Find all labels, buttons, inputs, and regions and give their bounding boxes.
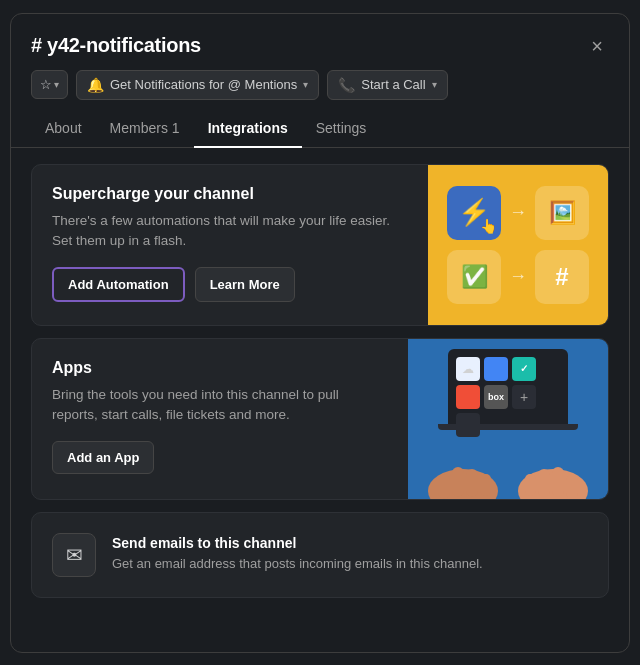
add-automation-button[interactable]: Add Automation [52,267,185,302]
cursor-icon: 👆 [480,218,497,234]
svg-rect-8 [538,469,550,497]
laptop-visual: ☁ ✓ box + − [408,339,608,499]
email-card: ✉ Send emails to this channel Get an ema… [31,512,609,598]
hash-cell: # [535,250,589,304]
app-icon-3: ✓ [512,357,536,381]
automation-card-title: Supercharge your channel [52,185,408,203]
automation-row-2: ✅ → # [447,250,589,304]
automation-illustration: ⚡ 👆 → 🖼️ ✅ → # [428,165,608,325]
apps-card-body: Apps Bring the tools you need into this … [32,339,408,499]
svg-rect-1 [438,474,450,499]
tab-about[interactable]: About [31,110,96,148]
start-call-button[interactable]: 📞 Start a Call ▾ [327,70,447,100]
toolbar: ☆ ▾ 🔔 Get Notifications for @ Mentions ▾… [11,60,629,110]
email-icon-wrapper: ✉ [52,533,96,577]
app-icon-box: box [484,385,508,409]
svg-rect-7 [552,467,564,497]
email-card-title: Send emails to this channel [112,535,483,551]
automation-card-desc: There's a few automations that will make… [52,211,408,252]
star-icon: ☆ [40,77,52,92]
notifications-button[interactable]: 🔔 Get Notifications for @ Mentions ▾ [76,70,319,100]
bell-icon: 🔔 [87,77,104,93]
channel-title: # y42-notifications [31,34,201,57]
svg-rect-9 [525,474,536,496]
tab-integrations[interactable]: Integrations [194,110,302,148]
notifications-label: Get Notifications for @ Mentions [110,77,297,92]
modal-container: # y42-notifications × ☆ ▾ 🔔 Get Notifica… [10,13,630,653]
app-icon-plus: + [512,385,536,409]
tab-settings[interactable]: Settings [302,110,381,148]
nav-tabs: About Members 1 Integrations Settings [11,110,629,148]
lightning-cell: ⚡ 👆 [447,186,501,240]
tab-members[interactable]: Members 1 [96,110,194,148]
app-icon-4 [456,385,480,409]
add-app-button[interactable]: Add an App [52,441,154,474]
content-area: Supercharge your channel There's a few a… [11,148,629,614]
chevron-down-icon: ▾ [303,79,308,90]
chevron-down-icon: ▾ [54,79,59,90]
email-card-text: Send emails to this channel Get an email… [112,535,483,573]
learn-more-button[interactable]: Learn More [195,267,295,302]
arrow-right-1: → [509,202,527,223]
star-button[interactable]: ☆ ▾ [31,70,68,99]
phone-icon: 📞 [338,77,355,93]
text-cell: 🖼️ [535,186,589,240]
close-button[interactable]: × [585,32,609,60]
svg-rect-6 [566,474,578,499]
apps-card-actions: Add an App [52,441,388,474]
app-icon-1: ☁ [456,357,480,381]
svg-rect-2 [452,467,464,497]
automation-row-1: ⚡ 👆 → 🖼️ [447,186,589,240]
hands-svg [408,419,608,499]
modal-header: # y42-notifications × [11,14,629,60]
svg-rect-3 [466,469,478,497]
apps-card-title: Apps [52,359,388,377]
apps-card-desc: Bring the tools you need into this chann… [52,385,388,426]
apps-card: Apps Bring the tools you need into this … [31,338,609,500]
automation-card-actions: Add Automation Learn More [52,267,408,302]
apps-illustration: ☁ ✓ box + − [408,339,608,499]
check-cell: ✅ [447,250,501,304]
laptop-screen: ☁ ✓ box + − [448,349,568,424]
email-card-desc: Get an email address that posts incoming… [112,555,483,573]
automation-grid: ⚡ 👆 → 🖼️ ✅ → # [447,186,589,304]
arrow-right-2: → [509,266,527,287]
automation-card-body: Supercharge your channel There's a few a… [32,165,428,325]
email-icon: ✉ [66,543,83,567]
call-label: Start a Call [361,77,425,92]
automation-card: Supercharge your channel There's a few a… [31,164,609,326]
app-icon-2 [484,357,508,381]
svg-rect-4 [480,474,491,496]
chevron-down-icon: ▾ [432,79,437,90]
